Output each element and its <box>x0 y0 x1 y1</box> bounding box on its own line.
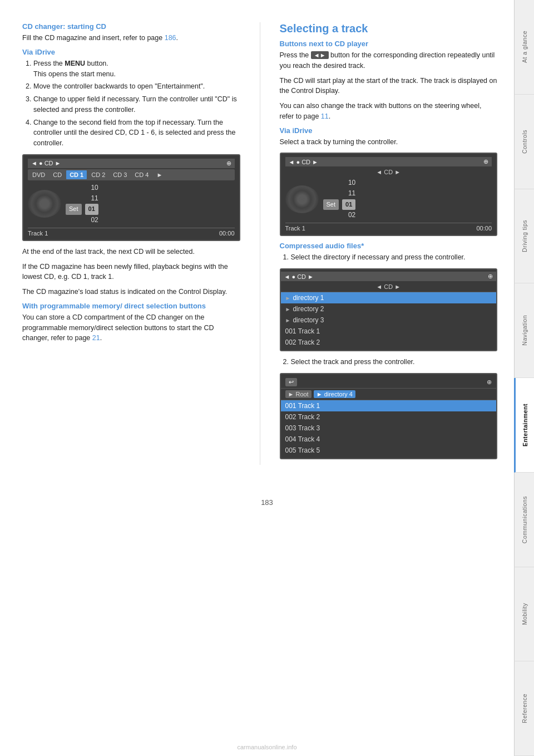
tab-cd1: CD 1 <box>66 170 87 179</box>
screen1-bottom-bar: Track 1 00:00 <box>28 228 235 237</box>
screen2-sub-nav: ◄ CD ► <box>285 168 492 178</box>
s2-track-02: 02 <box>348 210 355 220</box>
breadcrumb-dir4: ► directory 4 <box>314 390 355 398</box>
page-number: 183 <box>0 498 534 518</box>
page-21-link[interactable]: 21 <box>92 334 100 342</box>
screen1-track-label: Track 1 <box>28 230 48 237</box>
tab-cd4: CD 4 <box>131 170 152 179</box>
track-label-005: 005 Track 5 <box>285 446 320 454</box>
screen2-track-list: 10 11 Set 01 02 <box>323 178 362 220</box>
track-row-5: 005 Track 5 <box>281 445 497 456</box>
dir-arrow-2: ► <box>285 306 291 312</box>
sidebar-tab-reference[interactable]: Reference <box>514 661 534 756</box>
selecting-track-title: Selecting a track <box>280 22 498 35</box>
tab-cd3: CD 3 <box>110 170 130 179</box>
screen4-settings-icon: ⊕ <box>487 379 492 386</box>
track-label-002: 002 Track 2 <box>285 413 320 421</box>
buttons-next-title: Buttons next to CD player <box>280 40 498 48</box>
screen1-nav-left: ◄ ● CD ► <box>31 160 61 166</box>
screen3-top-bar: ◄ ● CD ► ⊕ <box>281 272 497 281</box>
via-idrive-label-right: Via iDrive <box>280 126 498 135</box>
screen-mockup-1: ◄ ● CD ► ⊕ DVD CD CD 1 CD 2 CD 3 CD 4 ► … <box>22 154 240 241</box>
page-11-link[interactable]: 11 <box>321 112 329 120</box>
dir-label-4: 001 Track 1 <box>285 327 320 335</box>
compressed-step-2: Select the track and press the controlle… <box>291 357 498 367</box>
track-row-1: 001 Track 1 <box>281 400 497 411</box>
dir-label-1: directory 1 <box>293 294 324 302</box>
screen2-content: 10 11 Set 01 02 <box>285 178 492 220</box>
s2-track-10: 10 <box>348 178 355 188</box>
watermark: carmanualsonline.info <box>237 744 296 750</box>
cd-play-note: The CD will start play at the start of t… <box>280 76 498 97</box>
track-row-4: 004 Track 4 <box>281 434 497 445</box>
sidebar-tab-controls[interactable]: Controls <box>514 95 534 189</box>
sidebar-tab-navigation[interactable]: Navigation <box>514 283 534 378</box>
sidebar-tab-driving-tips[interactable]: Driving tips <box>514 189 534 284</box>
after-screen-text1: At the end of the last track, the next C… <box>22 247 240 257</box>
column-divider <box>260 22 260 465</box>
dir-row-1: ► directory 1 <box>281 292 497 303</box>
programmable-memory-body: You can store a CD compartment of the CD… <box>22 312 240 343</box>
page-186-link[interactable]: 186 <box>165 34 176 42</box>
s2-track-01: 01 <box>342 199 355 210</box>
cd-changer-title: CD changer: starting CD <box>22 22 240 31</box>
s2-set-row: Set 01 <box>323 199 356 210</box>
steering-wheel-note: You can also change the track with butto… <box>280 101 498 122</box>
screen3-sub-nav: ◄ CD ► <box>281 282 497 292</box>
step-1: Press the MENU button.This opens the sta… <box>33 58 240 80</box>
s2-track-11: 11 <box>348 188 355 199</box>
step-2: Move the controller backwards to open "E… <box>33 81 240 92</box>
s2-set-btn: Set <box>323 199 339 210</box>
track-num-02: 02 <box>91 215 98 225</box>
track-num-11: 11 <box>91 193 98 204</box>
left-column: CD changer: starting CD Fill the CD maga… <box>22 22 240 465</box>
dir-row-2: ► directory 2 <box>281 303 497 315</box>
steps-list: Press the MENU button.This opens the sta… <box>22 58 240 149</box>
breadcrumb-bar: ► Root ► directory 4 <box>281 389 497 400</box>
sidebar-tab-communications[interactable]: Communications <box>514 473 534 567</box>
screen2-nav-left: ◄ ● CD ► <box>289 159 318 165</box>
back-button: ↩ <box>285 378 297 386</box>
sidebar-tab-entertainment[interactable]: Entertainment <box>514 378 534 473</box>
track-label-004: 004 Track 4 <box>285 435 320 443</box>
dir-row-3: ► directory 3 <box>281 315 497 326</box>
track-row-3: 003 Track 3 <box>281 423 497 434</box>
via-idrive-label-left: Via iDrive <box>22 48 240 56</box>
sidebar: At a glance Controls Driving tips Naviga… <box>514 0 534 756</box>
sidebar-tab-mobility[interactable]: Mobility <box>514 567 534 662</box>
screen3-nav-left: ◄ ● CD ► <box>284 273 314 280</box>
screen3-nav-right: ⊕ <box>488 273 493 280</box>
track-num-10: 10 <box>91 183 98 193</box>
compressed-steps-2: Select the track and press the controlle… <box>280 357 498 367</box>
screen1-content: 10 11 Set 01 02 <box>28 183 235 225</box>
track-set-row: Set 01 <box>66 204 98 215</box>
step-3: Change to upper field if necessary. Turn… <box>33 94 240 115</box>
screen2-top-bar: ◄ ● CD ► ⊕ <box>285 157 492 166</box>
dir-label-5: 002 Track 2 <box>285 338 320 346</box>
screen2-track-label: Track 1 <box>285 225 305 232</box>
screen4-top-bar: ↩ ⊕ <box>281 376 497 389</box>
dir-row-5: 002 Track 2 <box>281 337 497 348</box>
screen2-time: 00:00 <box>476 225 492 232</box>
tab-dvd: DVD <box>29 170 48 179</box>
screen1-nav-right: ⊕ <box>226 160 231 167</box>
breadcrumb-root: ► Root <box>285 390 312 398</box>
compressed-audio-title: Compressed audio files* <box>280 242 498 250</box>
track-row-2: 002 Track 2 <box>281 411 497 423</box>
screen1-time: 00:00 <box>219 230 235 237</box>
programmable-memory-title: With programmable memory/ direct selecti… <box>22 302 240 310</box>
screen2-cd-disc <box>285 185 319 213</box>
screen1-top-bar: ◄ ● CD ► ⊕ <box>28 159 235 168</box>
sidebar-tab-at-a-glance[interactable]: At a glance <box>514 0 534 95</box>
right-column: Selecting a track Buttons next to CD pla… <box>280 22 498 465</box>
dir-row-4: 001 Track 1 <box>281 326 497 337</box>
dir-label-3: directory 3 <box>293 316 324 324</box>
dir-arrow-1: ► <box>285 295 291 301</box>
main-content: CD changer: starting CD Fill the CD maga… <box>0 0 514 487</box>
cd-direction-icon: ◄► <box>311 51 329 59</box>
screen1-track-list: 10 11 Set 01 02 <box>66 183 104 225</box>
dir-arrow-3: ► <box>285 317 291 323</box>
screen-mockup-2: ◄ ● CD ► ⊕ ◄ CD ► 10 11 Set 01 02 Track … <box>280 153 498 236</box>
screen2-nav-right: ⊕ <box>483 158 488 165</box>
track-num-01: 01 <box>85 204 98 215</box>
